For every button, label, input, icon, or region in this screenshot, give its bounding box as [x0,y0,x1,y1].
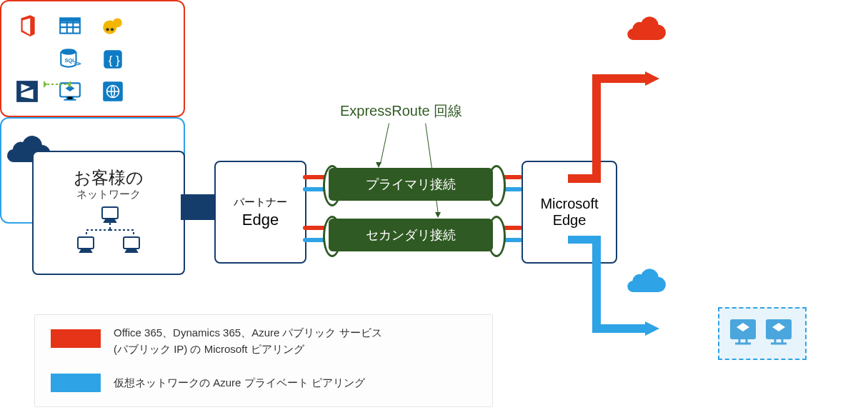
cloud-microsoft-peering-icon [624,12,668,41]
arrow-line [380,124,389,164]
dynamics-365-icon [14,79,40,104]
web-app-icon [100,79,126,104]
arrow-head-icon [435,212,441,218]
private-peering-connector [568,236,661,343]
customer-title: お客様の [74,166,144,189]
microsoft-edge-label2: Edge [553,212,587,229]
subnet-group [718,307,807,360]
svg-point-8 [61,49,76,55]
microsoft-edge-label1: Microsoft [540,196,598,212]
svg-point-5 [113,18,122,27]
office-365-icon [14,13,40,39]
legend-swatch-blue [51,374,101,392]
sql-database-icon: SQL [57,46,83,72]
svg-point-7 [111,28,114,31]
partner-edge-label2: Edge [242,211,279,229]
vm-icon [764,316,794,350]
customer-network-box: お客様の ネットワーク [32,151,185,275]
legend-box: Office 365、Dynamics 365、Azure パブリック サービス… [34,314,493,407]
primary-connection-label: プライマリ接続 [366,176,456,193]
customer-lan-icon [75,206,143,260]
logic-apps-icon: { } [100,46,126,72]
microsoft-services-box: SQL { } [0,0,185,117]
microsoft-peering-connector [568,71,661,186]
hdinsight-icon [100,13,126,39]
legend-text-private-peering: 仮想ネットワークの Azure プライベート ピアリング [114,375,365,391]
customer-to-partner-link [181,194,216,220]
vnet-peering-icon [43,77,71,91]
storage-table-icon [57,13,83,39]
svg-text:{ }: { } [109,54,120,67]
partner-edge-box: パートナー Edge [214,161,306,264]
secondary-connection-label: セカンダリ接続 [366,226,456,244]
legend-swatch-red [51,329,101,348]
secondary-connection-tube: セカンダリ接続 [329,219,493,251]
customer-subtitle: ネットワーク [76,188,141,201]
arrow-head-icon [376,162,381,168]
partner-edge-label1: パートナー [234,196,287,209]
svg-rect-2 [124,237,139,249]
svg-rect-0 [102,207,118,219]
svg-text:SQL: SQL [65,57,76,64]
legend-text-microsoft-peering: Office 365、Dynamics 365、Azure パブリック サービス… [114,325,485,357]
svg-point-6 [106,28,109,31]
primary-connection-tube: プライマリ接続 [329,168,493,201]
svg-rect-1 [78,237,94,249]
expressroute-circuit-label: ExpressRoute 回線 [340,101,462,121]
vm-icon [728,316,758,350]
